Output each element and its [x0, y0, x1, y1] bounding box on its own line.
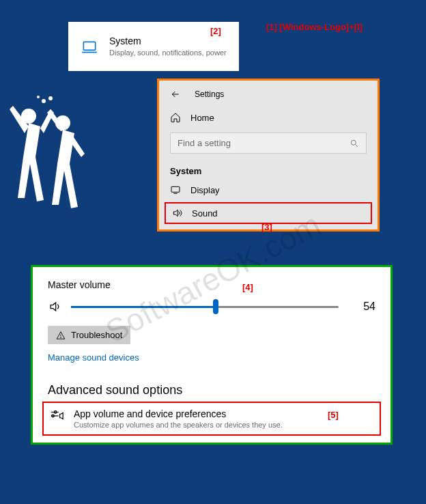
master-volume-label: Master volume — [48, 279, 375, 290]
nav-home[interactable]: Home — [159, 107, 378, 128]
back-button[interactable] — [170, 89, 181, 100]
advanced-sound-heading: Advanced sound options — [48, 383, 375, 397]
search-placeholder: Find a setting — [178, 138, 231, 148]
svg-rect-5 — [83, 42, 95, 50]
svg-line-8 — [356, 144, 358, 146]
nav-display-label: Display — [190, 185, 220, 195]
svg-point-12 — [61, 337, 61, 338]
home-icon — [170, 112, 181, 123]
mixer-icon — [49, 408, 64, 423]
manage-sound-devices-link[interactable]: Manage sound devices — [48, 352, 375, 363]
volume-value: 54 — [348, 300, 375, 313]
annotation-1: [1] [Windows-Logo]+[I] — [266, 22, 363, 32]
warning-icon — [56, 331, 66, 340]
svg-point-4 — [37, 96, 40, 98]
dancing-figures-decoration — [3, 96, 98, 219]
settings-header-label: Settings — [195, 89, 224, 99]
sound-icon — [171, 208, 182, 219]
app-volume-title: App volume and device preferences — [74, 408, 283, 419]
svg-rect-9 — [171, 186, 180, 192]
nav-section-system: System — [159, 160, 378, 179]
settings-nav-panel: Settings Home Find a setting System Disp… — [157, 79, 380, 232]
laptop-icon — [81, 38, 98, 56]
annotation-3: [3] — [261, 222, 272, 232]
troubleshoot-label: Troubleshoot — [71, 330, 122, 340]
nav-sound-label: Sound — [192, 208, 218, 219]
volume-slider[interactable] — [71, 306, 339, 308]
speaker-icon[interactable] — [48, 300, 61, 313]
system-tile-title: System — [109, 36, 227, 46]
troubleshoot-button[interactable]: Troubleshoot — [48, 326, 130, 344]
svg-point-7 — [351, 140, 356, 145]
system-tile-subtitle: Display, sound, notifications, power — [109, 48, 227, 57]
volume-slider-fill — [71, 306, 216, 308]
annotation-2: [2] — [210, 26, 221, 36]
nav-home-label: Home — [190, 113, 214, 123]
search-input[interactable]: Find a setting — [170, 132, 367, 154]
nav-sound[interactable]: Sound — [165, 202, 372, 224]
svg-point-3 — [48, 96, 53, 100]
search-icon — [350, 139, 359, 148]
display-icon — [170, 184, 181, 195]
annotation-4: [4] — [242, 282, 253, 292]
volume-slider-thumb[interactable] — [213, 299, 218, 314]
svg-point-2 — [42, 99, 46, 103]
annotation-5: [5] — [328, 410, 339, 420]
nav-display[interactable]: Display — [159, 179, 378, 201]
app-volume-subtitle: Customize app volumes and the speakers o… — [74, 421, 283, 429]
